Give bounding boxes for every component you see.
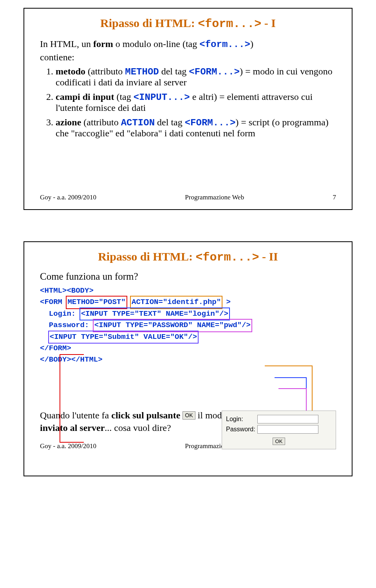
code-l2a: <FORM bbox=[40, 298, 67, 306]
code-l5: <INPUT TYPE="Submit" VALUE="OK"/> bbox=[40, 331, 336, 343]
li1-a: metodo bbox=[56, 66, 85, 76]
intro-a: In HTML, un bbox=[40, 39, 93, 49]
connector-red bbox=[60, 354, 84, 443]
slide-1-footer: Goy - a.a. 2009/2010 Programmazione Web … bbox=[40, 194, 336, 201]
code-l3a: Login: bbox=[40, 309, 80, 318]
para-f: ... cosa vuol dire? bbox=[105, 423, 171, 433]
li3-d: del tag bbox=[155, 117, 185, 127]
code-l2c bbox=[127, 298, 131, 306]
li3-a: azione bbox=[56, 117, 81, 127]
form-row-password: Password: bbox=[226, 425, 332, 434]
intro-d: <form...> bbox=[199, 39, 250, 50]
password-input[interactable] bbox=[257, 425, 318, 434]
code-submit-box: <INPUT TYPE="Submit" VALUE="OK"/> bbox=[49, 331, 198, 343]
code-l5a bbox=[40, 333, 49, 341]
intro-b: form bbox=[93, 39, 113, 49]
code-l4a: Password: bbox=[40, 321, 94, 329]
login-label: Login: bbox=[226, 416, 257, 423]
title2-c: - II bbox=[259, 250, 278, 263]
list-item-2: campi di input (tag <INPUT...> e altri) … bbox=[56, 92, 336, 113]
intro-e: ) bbox=[250, 39, 253, 49]
form-row-login: Login: bbox=[226, 415, 332, 423]
para-b: click sul pulsante bbox=[111, 410, 180, 420]
li2-b: (tag bbox=[114, 92, 133, 102]
list-item-1: metodo (attributo METHOD del tag <FORM..… bbox=[56, 66, 336, 88]
footer-right: 7 bbox=[333, 194, 336, 201]
title-text-a: Ripasso di HTML: bbox=[100, 16, 198, 29]
li3-e: <FORM...> bbox=[185, 118, 236, 128]
li3-c: ACTION bbox=[121, 118, 155, 128]
li2-c: <INPUT...> bbox=[134, 92, 190, 103]
code-block: <HTML><BODY> <FORM METHOD="POST" ACTION=… bbox=[40, 285, 336, 370]
intro-paragraph: In HTML, un form o modulo on-line (tag <… bbox=[40, 38, 336, 64]
code-l6: </FORM> bbox=[40, 343, 336, 354]
code-l7: </BODY></HTML> bbox=[40, 354, 336, 365]
form-row-ok: OK bbox=[226, 438, 332, 445]
code-method-box: METHOD="POST" bbox=[67, 297, 126, 308]
ok-button[interactable]: OK bbox=[273, 438, 286, 445]
code-password-box: <INPUT TYPE="PASSWORD" NAME="pwd"/> bbox=[94, 320, 251, 331]
subheading: Come funziona un form? bbox=[40, 271, 336, 282]
slide-1: Ripasso di HTML: <form...> - I In HTML, … bbox=[24, 8, 352, 210]
numbered-list: metodo (attributo METHOD del tag <FORM..… bbox=[40, 66, 336, 139]
li1-f: ) = bbox=[240, 66, 253, 76]
code-l2e: > bbox=[222, 298, 231, 306]
code-action-box: ACTION="identif.php" bbox=[131, 297, 222, 308]
li2-a: campi di input bbox=[56, 92, 114, 102]
password-label: Password: bbox=[226, 426, 257, 433]
title2-a: Ripasso di HTML: bbox=[98, 250, 195, 263]
footer2-left: Goy - a.a. 2009/2010 bbox=[40, 442, 96, 450]
li1-e: <FORM...> bbox=[189, 67, 240, 77]
footer-center: Programmazione Web bbox=[185, 194, 244, 201]
login-input[interactable] bbox=[257, 415, 318, 423]
inline-ok-button: OK bbox=[183, 411, 195, 420]
li1-b: (attributo bbox=[85, 66, 125, 76]
code-l3: Login: <INPUT TYPE="TEXT" NAME="login"/> bbox=[40, 308, 336, 320]
list-item-3: azione (attributo ACTION del tag <FORM..… bbox=[56, 117, 336, 139]
form-mockup: Login: Password: OK bbox=[222, 411, 336, 449]
slide-1-title: Ripasso di HTML: <form...> - I bbox=[40, 16, 336, 31]
code-l2: <FORM METHOD="POST" ACTION="identif.php"… bbox=[40, 297, 336, 308]
li1-c: METHOD bbox=[125, 67, 159, 77]
code-l1: <HTML><BODY> bbox=[40, 285, 336, 297]
code-login-box: <INPUT TYPE="TEXT" NAME="login"/> bbox=[80, 308, 229, 320]
intro-f: contiene: bbox=[40, 52, 74, 62]
li3-b: (attributo bbox=[81, 117, 121, 127]
slide-2-title: Ripasso di HTML: <form...> - II bbox=[40, 250, 336, 264]
title-text-c: - I bbox=[261, 16, 276, 29]
li1-d: del tag bbox=[159, 66, 189, 76]
footer-left: Goy - a.a. 2009/2010 bbox=[40, 194, 96, 201]
code-l4: Password: <INPUT TYPE="PASSWORD" NAME="p… bbox=[40, 320, 336, 331]
intro-c: o modulo on-line (tag bbox=[113, 39, 200, 49]
title2-b: <form...> bbox=[195, 251, 259, 264]
title-code: <form...> bbox=[198, 17, 261, 31]
slide-2: Ripasso di HTML: <form...> - II Come fun… bbox=[24, 241, 352, 476]
